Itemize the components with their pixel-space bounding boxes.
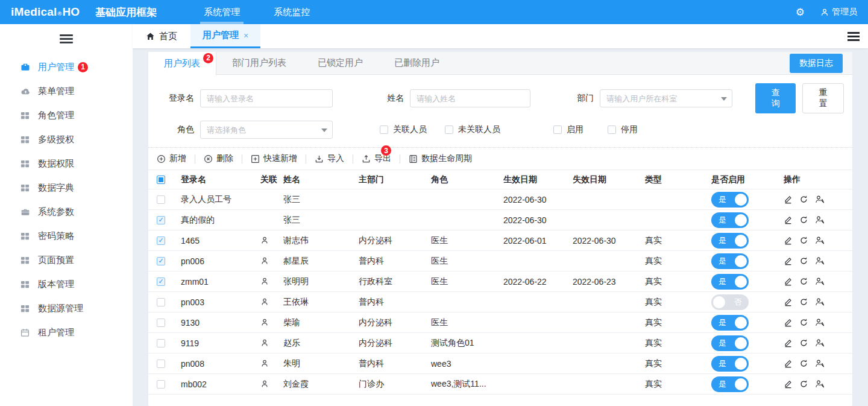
toolbar-button-6[interactable]: 数据生命周期 (409, 153, 472, 164)
sidebar-collapse-icon[interactable] (60, 33, 73, 45)
linked-user-icon[interactable] (260, 379, 269, 389)
linked-user-icon[interactable] (260, 297, 269, 306)
select-all-checkbox[interactable] (157, 176, 165, 184)
sidebar-item-5[interactable]: 数据权限 (0, 151, 133, 176)
edit-icon[interactable] (784, 379, 793, 389)
sidebar-item-11[interactable]: 数据源管理 (0, 296, 133, 320)
dept-combo[interactable] (600, 89, 732, 107)
enable-toggle[interactable]: 是 (711, 335, 749, 351)
page-tab-3[interactable]: 已锁定用户 (302, 52, 379, 75)
edit-icon[interactable] (784, 318, 793, 327)
sidebar-item-2[interactable]: 菜单管理 (0, 79, 133, 103)
refresh-icon[interactable] (799, 215, 808, 224)
refresh-icon[interactable] (799, 256, 808, 265)
enable-toggle[interactable]: 是 (711, 356, 749, 372)
row-checkbox[interactable] (157, 195, 165, 204)
refresh-icon[interactable] (799, 359, 808, 368)
sidebar-item-12[interactable]: 租户管理 (0, 320, 133, 344)
toolbar-button-2[interactable]: 删除 (204, 153, 233, 164)
refresh-icon[interactable] (799, 318, 808, 327)
tabs-menu-icon[interactable] (848, 30, 860, 43)
edit-icon[interactable] (784, 277, 793, 286)
unlink-user-icon[interactable] (815, 215, 825, 224)
linked-user-icon[interactable] (260, 359, 269, 368)
enable-toggle[interactable]: 是 (711, 315, 749, 331)
edit-icon[interactable] (784, 338, 793, 347)
sidebar-item-7[interactable]: 系统参数 (0, 200, 133, 224)
toolbar-button-5[interactable]: 导出 3 (362, 153, 391, 164)
sidebar-item-10[interactable]: 版本管理 (0, 272, 133, 296)
linked-user-icon[interactable] (260, 338, 269, 347)
enable-toggle[interactable]: 是 (711, 233, 749, 249)
linked-user-icon[interactable] (260, 236, 269, 245)
refresh-icon[interactable] (799, 297, 808, 306)
sidebar-item-3[interactable]: 角色管理 (0, 103, 133, 127)
search-button[interactable]: 查询 (755, 83, 796, 113)
page-tab-1[interactable]: 用户列表 2 (148, 52, 216, 75)
enable-toggle[interactable]: 是 (711, 192, 749, 208)
unlinked-staff-checkbox[interactable]: 未关联人员 (445, 124, 500, 135)
linked-user-icon[interactable] (260, 256, 269, 265)
name-input[interactable] (410, 89, 530, 107)
edit-icon[interactable] (784, 359, 793, 368)
enable-toggle[interactable]: 是 (711, 253, 749, 269)
enabled-checkbox[interactable]: 启用 (553, 124, 583, 135)
row-checkbox[interactable] (157, 216, 165, 224)
tab-home[interactable]: 首页 (133, 24, 190, 48)
toolbar-button-3[interactable]: 快速新增 (251, 153, 297, 164)
edit-icon[interactable] (784, 195, 793, 204)
login-input[interactable] (200, 89, 333, 107)
linked-user-icon[interactable] (260, 277, 269, 286)
row-checkbox[interactable] (157, 339, 165, 347)
role-select[interactable] (200, 121, 333, 139)
unlink-user-icon[interactable] (815, 277, 825, 286)
refresh-icon[interactable] (799, 236, 808, 245)
unlink-user-icon[interactable] (815, 338, 825, 347)
refresh-icon[interactable] (799, 195, 808, 204)
unlink-user-icon[interactable] (815, 236, 825, 245)
linked-user-icon[interactable] (260, 318, 269, 327)
refresh-icon[interactable] (799, 379, 808, 389)
edit-icon[interactable] (784, 297, 793, 306)
refresh-icon[interactable] (799, 338, 808, 347)
tab-user-management[interactable]: 用户管理 × (190, 24, 260, 48)
page-tab-4[interactable]: 已删除用户 (379, 52, 455, 75)
sidebar-item-6[interactable]: 数据字典 (0, 176, 133, 200)
current-user[interactable]: 管理员 (820, 7, 857, 17)
page-tab-2[interactable]: 部门用户列表 (216, 52, 302, 75)
unlink-user-icon[interactable] (815, 195, 825, 204)
unlink-user-icon[interactable] (815, 379, 825, 389)
enable-toggle[interactable]: 是 (711, 376, 749, 392)
edit-icon[interactable] (784, 256, 793, 265)
sidebar-item-8[interactable]: 密码策略 (0, 224, 133, 248)
sidebar-item-1[interactable]: 用户管理 1 (0, 55, 133, 79)
unlink-user-icon[interactable] (815, 256, 825, 265)
enable-toggle[interactable]: 是 (711, 274, 749, 290)
gear-icon[interactable]: ⚙ (796, 7, 805, 17)
row-checkbox[interactable] (157, 319, 165, 327)
unlink-user-icon[interactable] (815, 318, 825, 327)
row-checkbox[interactable] (157, 298, 165, 306)
row-checkbox[interactable] (157, 257, 165, 265)
row-checkbox[interactable] (157, 236, 165, 245)
reset-button[interactable]: 重置 (802, 83, 844, 113)
edit-icon[interactable] (784, 215, 793, 224)
unlink-user-icon[interactable] (815, 297, 825, 306)
menu-system-monitor[interactable]: 系统监控 (257, 0, 327, 24)
row-checkbox[interactable] (157, 360, 165, 368)
toolbar-button-4[interactable]: 导入 (315, 153, 344, 164)
row-checkbox[interactable] (157, 278, 165, 286)
refresh-icon[interactable] (799, 277, 808, 286)
edit-icon[interactable] (784, 236, 793, 245)
sidebar-item-4[interactable]: 多级授权 (0, 127, 133, 151)
close-icon[interactable]: × (244, 31, 248, 40)
data-log-button[interactable]: 数据日志 (790, 54, 843, 73)
row-checkbox[interactable] (157, 380, 165, 389)
disabled-checkbox[interactable]: 停用 (608, 124, 638, 135)
linked-staff-checkbox[interactable]: 关联人员 (380, 124, 427, 135)
enable-toggle[interactable]: 是 (711, 212, 749, 228)
enable-toggle[interactable]: 否 (711, 294, 749, 310)
sidebar-item-9[interactable]: 页面预置 (0, 248, 133, 272)
toolbar-button-1[interactable]: 新增 (157, 153, 186, 164)
menu-system-management[interactable]: 系统管理 (187, 0, 257, 24)
